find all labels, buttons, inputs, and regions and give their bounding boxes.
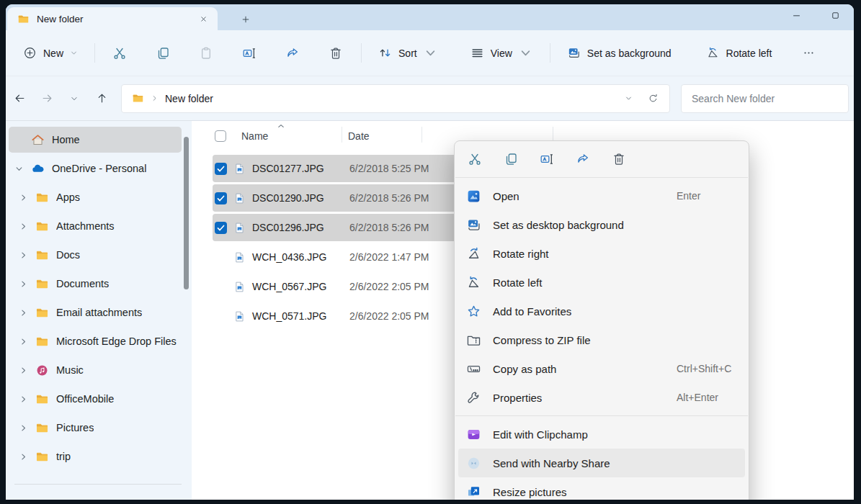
new-tab-button[interactable] bbox=[236, 10, 255, 28]
menu-item-send-with-nearby-share[interactable]: Send with Nearby Share bbox=[458, 449, 745, 477]
menu-quick-rename-button[interactable] bbox=[534, 147, 560, 171]
view-button[interactable]: View bbox=[463, 39, 540, 68]
view-icon bbox=[470, 46, 484, 60]
onedrive-icon bbox=[31, 162, 45, 176]
address-dropdown-button[interactable] bbox=[617, 88, 639, 109]
column-header-name[interactable]: Name bbox=[241, 130, 268, 142]
chevron-right-icon bbox=[19, 395, 28, 404]
sidebar-scrollbar[interactable] bbox=[184, 137, 189, 289]
set-as-background-button[interactable]: Set as background bbox=[559, 39, 679, 68]
file-name: WCH_0436.JPG bbox=[252, 251, 349, 263]
sidebar-item-attachments[interactable]: Attachments bbox=[9, 213, 182, 239]
more-options-button[interactable] bbox=[795, 39, 821, 68]
file-jpg-icon bbox=[233, 222, 246, 234]
rename-button[interactable] bbox=[233, 39, 265, 68]
cut-button[interactable] bbox=[104, 39, 135, 68]
menu-item-edit-with-clipchamp[interactable]: Edit with Clipchamp bbox=[458, 420, 745, 449]
sidebar-item-documents[interactable]: Documents bbox=[9, 271, 182, 297]
sidebar-item-label: Email attachments bbox=[56, 307, 142, 318]
column-header-date[interactable]: Date bbox=[348, 130, 370, 142]
sidebar-item-label: OneDrive - Personal bbox=[52, 163, 146, 174]
menu-item-resize-pictures[interactable]: Resize pictures bbox=[458, 477, 745, 500]
set-as-background-label: Set as background bbox=[587, 48, 672, 59]
minimize-icon bbox=[791, 10, 802, 21]
copy-button[interactable] bbox=[147, 39, 179, 68]
menu-item-copy-as-path[interactable]: Copy as pathCtrl+Shift+C bbox=[458, 354, 745, 383]
menu-quick-delete-button[interactable] bbox=[606, 147, 632, 171]
sidebar-item-docs[interactable]: Docs bbox=[9, 242, 182, 268]
file-checkbox[interactable] bbox=[215, 163, 227, 175]
file-jpg-icon bbox=[233, 163, 246, 175]
set-background-icon bbox=[567, 46, 581, 60]
file-checkbox[interactable] bbox=[215, 222, 227, 234]
context-menu-quick-actions bbox=[455, 141, 749, 177]
file-date: 6/2/2018 5:26 PM bbox=[349, 192, 429, 204]
home-icon bbox=[31, 133, 45, 147]
sidebar-item-trip[interactable]: trip bbox=[9, 444, 182, 469]
minimize-button[interactable] bbox=[780, 4, 813, 27]
rotate-left-label: Rotate left bbox=[726, 48, 772, 59]
rotate-left-icon bbox=[466, 275, 481, 290]
menu-item-open[interactable]: OpenEnter bbox=[458, 181, 745, 210]
clipboard-actions-group bbox=[104, 39, 352, 68]
chevron-right-icon bbox=[19, 366, 28, 375]
tab-new-folder[interactable]: New folder bbox=[7, 7, 218, 30]
sidebar-item-home[interactable]: Home bbox=[9, 127, 182, 153]
menu-item-rotate-left[interactable]: Rotate left bbox=[458, 268, 745, 297]
sidebar-item-email-attachments[interactable]: Email attachments bbox=[9, 300, 182, 325]
menu-divider bbox=[455, 415, 748, 416]
tab-close-button[interactable] bbox=[195, 10, 212, 27]
menu-quick-cut-button[interactable] bbox=[462, 147, 488, 171]
command-toolbar: New Sort View Set as background Rotate l… bbox=[6, 30, 854, 76]
menu-item-rotate-right[interactable]: Rotate right bbox=[458, 239, 745, 268]
new-button[interactable]: New bbox=[16, 39, 85, 68]
menu-quick-share-button[interactable] bbox=[570, 147, 596, 171]
sidebar-item-pictures[interactable]: Pictures bbox=[9, 415, 182, 441]
sidebar-item-onedrive-personal[interactable]: OneDrive - Personal bbox=[9, 156, 182, 181]
breadcrumb[interactable]: New folder bbox=[121, 84, 670, 113]
column-divider[interactable] bbox=[421, 127, 422, 143]
file-checkbox[interactable] bbox=[215, 192, 227, 204]
menu-item-label: Properties bbox=[493, 392, 542, 404]
menu-item-label: Compress to ZIP file bbox=[493, 334, 591, 346]
menu-quick-copy-button[interactable] bbox=[498, 147, 524, 171]
menu-item-add-to-favorites[interactable]: Add to Favorites bbox=[458, 297, 745, 325]
search-input[interactable] bbox=[682, 93, 848, 104]
delete-button[interactable] bbox=[320, 39, 352, 68]
toolbar-separator bbox=[361, 43, 362, 63]
sidebar-item-music[interactable]: Music bbox=[9, 357, 182, 383]
folder-icon bbox=[35, 220, 49, 233]
menu-item-properties[interactable]: PropertiesAlt+Enter bbox=[458, 383, 745, 412]
menu-item-shortcut: Enter bbox=[677, 190, 700, 202]
back-button[interactable] bbox=[6, 86, 33, 111]
chevron-right-icon bbox=[19, 337, 28, 346]
sidebar-item-microsoft-edge-drop-files[interactable]: Microsoft Edge Drop Files bbox=[9, 328, 182, 354]
forward-button[interactable] bbox=[33, 86, 61, 111]
rotate-left-button[interactable]: Rotate left bbox=[698, 39, 780, 68]
share-button[interactable] bbox=[277, 39, 308, 68]
sidebar-item-apps[interactable]: Apps bbox=[9, 184, 182, 210]
view-button-label: View bbox=[491, 48, 512, 59]
menu-item-label: Send with Nearby Share bbox=[493, 457, 610, 469]
context-menu: OpenEnterSet as desktop backgroundRotate… bbox=[454, 140, 749, 500]
column-divider[interactable] bbox=[342, 127, 342, 143]
select-all-checkbox[interactable] bbox=[215, 130, 226, 142]
search-box bbox=[681, 84, 849, 113]
sort-button[interactable]: Sort bbox=[370, 39, 445, 68]
up-button[interactable] bbox=[88, 86, 115, 111]
menu-item-set-as-desktop-background[interactable]: Set as desktop background bbox=[458, 210, 745, 239]
menu-item-shortcut: Ctrl+Shift+C bbox=[677, 363, 731, 374]
rename-icon bbox=[242, 46, 256, 60]
chevron-down-icon bbox=[14, 164, 24, 174]
breadcrumb-folder[interactable]: New folder bbox=[165, 93, 213, 104]
refresh-button[interactable] bbox=[642, 88, 664, 109]
folder-icon bbox=[35, 421, 49, 435]
file-jpg-icon bbox=[233, 251, 246, 264]
up-arrow-icon bbox=[96, 92, 108, 104]
zip-icon bbox=[466, 333, 481, 348]
maximize-button[interactable] bbox=[818, 4, 852, 27]
recent-locations-button[interactable] bbox=[61, 86, 88, 111]
menu-item-compress-to-zip-file[interactable]: Compress to ZIP file bbox=[458, 325, 745, 354]
sidebar-item-officemobile[interactable]: OfficeMobile bbox=[9, 386, 182, 412]
menu-item-label: Copy as path bbox=[493, 363, 556, 375]
